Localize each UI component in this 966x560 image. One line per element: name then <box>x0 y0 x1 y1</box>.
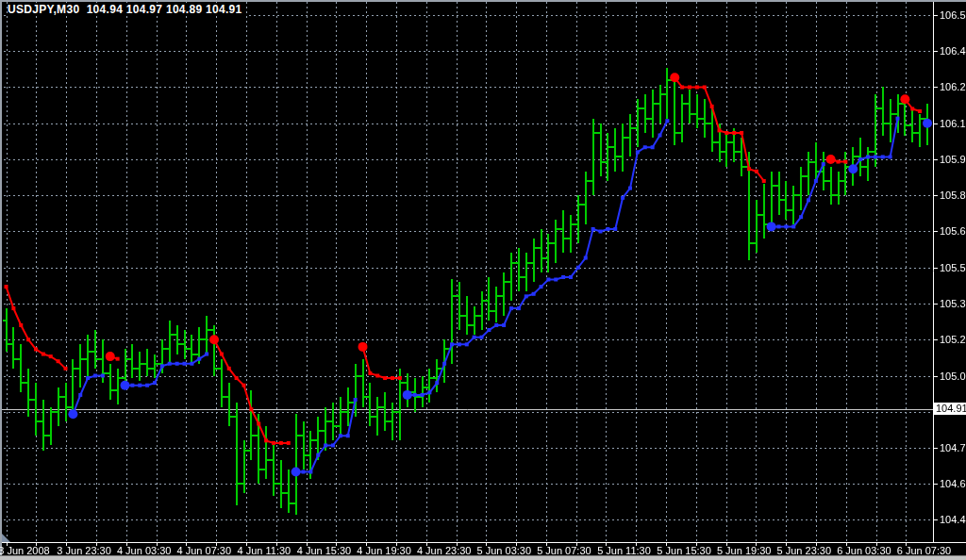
price-axis-label: 104.75 <box>940 442 966 453</box>
chart-canvas[interactable] <box>0 0 966 560</box>
price-axis-label: 106.40 <box>940 45 966 57</box>
price-axis-label: 106.25 <box>940 81 966 92</box>
window-top-edge <box>0 0 966 2</box>
chart-window: USDJPY,M30 104.94 104.97 104.89 104.91 1… <box>0 0 966 560</box>
price-axis-label: 105.35 <box>940 298 966 309</box>
price-axis-label: 104.45 <box>940 514 966 525</box>
window-bottom-edge <box>0 555 966 560</box>
price-axis-label: 105.95 <box>940 154 966 165</box>
price-axis-label: 105.05 <box>940 371 966 382</box>
price-axis-label: 106.10 <box>940 118 966 129</box>
current-price-badge: 104.91 <box>934 403 966 415</box>
price-axis-label: 106.55 <box>940 9 966 21</box>
chart-title-ohlc-readout: USDJPY,M30 104.94 104.97 104.89 104.91 <box>8 3 246 16</box>
price-axis-label: 105.20 <box>940 334 966 345</box>
chart-shift-marker <box>2 534 10 542</box>
price-axis-label: 105.50 <box>940 262 966 273</box>
price-axis-label: 104.60 <box>940 478 966 489</box>
window-left-edge <box>0 0 2 555</box>
price-axis-label: 105.80 <box>940 189 966 201</box>
price-axis-label: 105.65 <box>940 225 966 237</box>
